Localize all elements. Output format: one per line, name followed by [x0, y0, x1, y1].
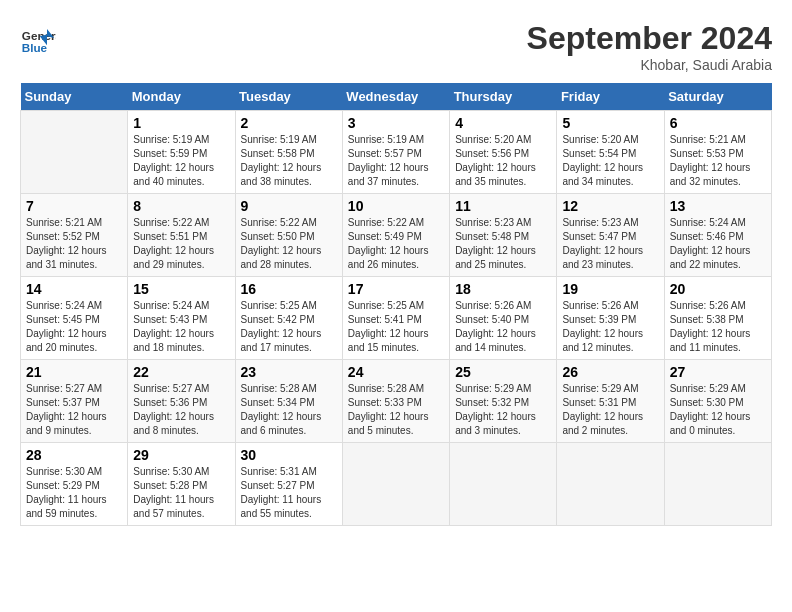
calendar-cell: 11 Sunrise: 5:23 AMSunset: 5:48 PMDaylig… — [450, 194, 557, 277]
day-header-wednesday: Wednesday — [342, 83, 449, 111]
day-info: Sunrise: 5:23 AMSunset: 5:47 PMDaylight:… — [562, 216, 658, 272]
day-number: 4 — [455, 115, 551, 131]
calendar-week-4: 21 Sunrise: 5:27 AMSunset: 5:37 PMDaylig… — [21, 360, 772, 443]
day-number: 25 — [455, 364, 551, 380]
day-number: 20 — [670, 281, 766, 297]
day-info: Sunrise: 5:27 AMSunset: 5:37 PMDaylight:… — [26, 382, 122, 438]
calendar-cell: 26 Sunrise: 5:29 AMSunset: 5:31 PMDaylig… — [557, 360, 664, 443]
day-number: 9 — [241, 198, 337, 214]
calendar-cell: 16 Sunrise: 5:25 AMSunset: 5:42 PMDaylig… — [235, 277, 342, 360]
day-info: Sunrise: 5:26 AMSunset: 5:39 PMDaylight:… — [562, 299, 658, 355]
calendar-table: SundayMondayTuesdayWednesdayThursdayFrid… — [20, 83, 772, 526]
day-info: Sunrise: 5:21 AMSunset: 5:52 PMDaylight:… — [26, 216, 122, 272]
calendar-cell: 4 Sunrise: 5:20 AMSunset: 5:56 PMDayligh… — [450, 111, 557, 194]
calendar-cell — [664, 443, 771, 526]
day-number: 6 — [670, 115, 766, 131]
day-number: 28 — [26, 447, 122, 463]
day-number: 22 — [133, 364, 229, 380]
day-info: Sunrise: 5:20 AMSunset: 5:54 PMDaylight:… — [562, 133, 658, 189]
day-number: 3 — [348, 115, 444, 131]
logo-icon: General Blue — [20, 20, 56, 56]
calendar-cell: 9 Sunrise: 5:22 AMSunset: 5:50 PMDayligh… — [235, 194, 342, 277]
day-info: Sunrise: 5:25 AMSunset: 5:41 PMDaylight:… — [348, 299, 444, 355]
calendar-cell: 28 Sunrise: 5:30 AMSunset: 5:29 PMDaylig… — [21, 443, 128, 526]
day-number: 29 — [133, 447, 229, 463]
day-info: Sunrise: 5:25 AMSunset: 5:42 PMDaylight:… — [241, 299, 337, 355]
day-info: Sunrise: 5:28 AMSunset: 5:33 PMDaylight:… — [348, 382, 444, 438]
day-header-tuesday: Tuesday — [235, 83, 342, 111]
calendar-cell: 20 Sunrise: 5:26 AMSunset: 5:38 PMDaylig… — [664, 277, 771, 360]
day-number: 14 — [26, 281, 122, 297]
calendar-cell: 8 Sunrise: 5:22 AMSunset: 5:51 PMDayligh… — [128, 194, 235, 277]
svg-text:Blue: Blue — [22, 41, 48, 54]
day-info: Sunrise: 5:27 AMSunset: 5:36 PMDaylight:… — [133, 382, 229, 438]
calendar-cell: 30 Sunrise: 5:31 AMSunset: 5:27 PMDaylig… — [235, 443, 342, 526]
day-header-monday: Monday — [128, 83, 235, 111]
calendar-cell: 2 Sunrise: 5:19 AMSunset: 5:58 PMDayligh… — [235, 111, 342, 194]
calendar-cell: 12 Sunrise: 5:23 AMSunset: 5:47 PMDaylig… — [557, 194, 664, 277]
calendar-header-row: SundayMondayTuesdayWednesdayThursdayFrid… — [21, 83, 772, 111]
day-number: 13 — [670, 198, 766, 214]
day-info: Sunrise: 5:19 AMSunset: 5:59 PMDaylight:… — [133, 133, 229, 189]
calendar-cell: 27 Sunrise: 5:29 AMSunset: 5:30 PMDaylig… — [664, 360, 771, 443]
day-info: Sunrise: 5:29 AMSunset: 5:31 PMDaylight:… — [562, 382, 658, 438]
page-header: General Blue September 2024 Khobar, Saud… — [20, 20, 772, 73]
day-info: Sunrise: 5:26 AMSunset: 5:40 PMDaylight:… — [455, 299, 551, 355]
calendar-cell: 22 Sunrise: 5:27 AMSunset: 5:36 PMDaylig… — [128, 360, 235, 443]
calendar-cell: 15 Sunrise: 5:24 AMSunset: 5:43 PMDaylig… — [128, 277, 235, 360]
day-info: Sunrise: 5:29 AMSunset: 5:32 PMDaylight:… — [455, 382, 551, 438]
calendar-cell: 7 Sunrise: 5:21 AMSunset: 5:52 PMDayligh… — [21, 194, 128, 277]
day-info: Sunrise: 5:31 AMSunset: 5:27 PMDaylight:… — [241, 465, 337, 521]
day-info: Sunrise: 5:24 AMSunset: 5:46 PMDaylight:… — [670, 216, 766, 272]
day-number: 19 — [562, 281, 658, 297]
calendar-cell: 24 Sunrise: 5:28 AMSunset: 5:33 PMDaylig… — [342, 360, 449, 443]
day-info: Sunrise: 5:22 AMSunset: 5:50 PMDaylight:… — [241, 216, 337, 272]
day-number: 10 — [348, 198, 444, 214]
logo: General Blue — [20, 20, 56, 56]
day-number: 2 — [241, 115, 337, 131]
calendar-cell — [342, 443, 449, 526]
calendar-week-5: 28 Sunrise: 5:30 AMSunset: 5:29 PMDaylig… — [21, 443, 772, 526]
day-header-saturday: Saturday — [664, 83, 771, 111]
day-number: 26 — [562, 364, 658, 380]
day-number: 30 — [241, 447, 337, 463]
calendar-cell: 10 Sunrise: 5:22 AMSunset: 5:49 PMDaylig… — [342, 194, 449, 277]
day-info: Sunrise: 5:24 AMSunset: 5:43 PMDaylight:… — [133, 299, 229, 355]
day-info: Sunrise: 5:20 AMSunset: 5:56 PMDaylight:… — [455, 133, 551, 189]
day-header-friday: Friday — [557, 83, 664, 111]
day-number: 24 — [348, 364, 444, 380]
calendar-cell: 17 Sunrise: 5:25 AMSunset: 5:41 PMDaylig… — [342, 277, 449, 360]
day-number: 18 — [455, 281, 551, 297]
location: Khobar, Saudi Arabia — [527, 57, 772, 73]
calendar-cell: 14 Sunrise: 5:24 AMSunset: 5:45 PMDaylig… — [21, 277, 128, 360]
calendar-cell: 29 Sunrise: 5:30 AMSunset: 5:28 PMDaylig… — [128, 443, 235, 526]
calendar-cell: 18 Sunrise: 5:26 AMSunset: 5:40 PMDaylig… — [450, 277, 557, 360]
day-number: 27 — [670, 364, 766, 380]
day-info: Sunrise: 5:23 AMSunset: 5:48 PMDaylight:… — [455, 216, 551, 272]
calendar-week-3: 14 Sunrise: 5:24 AMSunset: 5:45 PMDaylig… — [21, 277, 772, 360]
day-number: 15 — [133, 281, 229, 297]
calendar-week-1: 1 Sunrise: 5:19 AMSunset: 5:59 PMDayligh… — [21, 111, 772, 194]
calendar-week-2: 7 Sunrise: 5:21 AMSunset: 5:52 PMDayligh… — [21, 194, 772, 277]
day-number: 12 — [562, 198, 658, 214]
calendar-cell: 25 Sunrise: 5:29 AMSunset: 5:32 PMDaylig… — [450, 360, 557, 443]
day-number: 7 — [26, 198, 122, 214]
day-info: Sunrise: 5:29 AMSunset: 5:30 PMDaylight:… — [670, 382, 766, 438]
calendar-cell: 5 Sunrise: 5:20 AMSunset: 5:54 PMDayligh… — [557, 111, 664, 194]
calendar-body: 1 Sunrise: 5:19 AMSunset: 5:59 PMDayligh… — [21, 111, 772, 526]
day-info: Sunrise: 5:21 AMSunset: 5:53 PMDaylight:… — [670, 133, 766, 189]
calendar-cell: 6 Sunrise: 5:21 AMSunset: 5:53 PMDayligh… — [664, 111, 771, 194]
month-title: September 2024 — [527, 20, 772, 57]
day-info: Sunrise: 5:30 AMSunset: 5:29 PMDaylight:… — [26, 465, 122, 521]
calendar-cell: 13 Sunrise: 5:24 AMSunset: 5:46 PMDaylig… — [664, 194, 771, 277]
day-info: Sunrise: 5:26 AMSunset: 5:38 PMDaylight:… — [670, 299, 766, 355]
day-number: 23 — [241, 364, 337, 380]
day-number: 1 — [133, 115, 229, 131]
day-number: 16 — [241, 281, 337, 297]
day-number: 17 — [348, 281, 444, 297]
day-number: 11 — [455, 198, 551, 214]
day-info: Sunrise: 5:22 AMSunset: 5:49 PMDaylight:… — [348, 216, 444, 272]
day-header-thursday: Thursday — [450, 83, 557, 111]
day-header-sunday: Sunday — [21, 83, 128, 111]
day-info: Sunrise: 5:30 AMSunset: 5:28 PMDaylight:… — [133, 465, 229, 521]
